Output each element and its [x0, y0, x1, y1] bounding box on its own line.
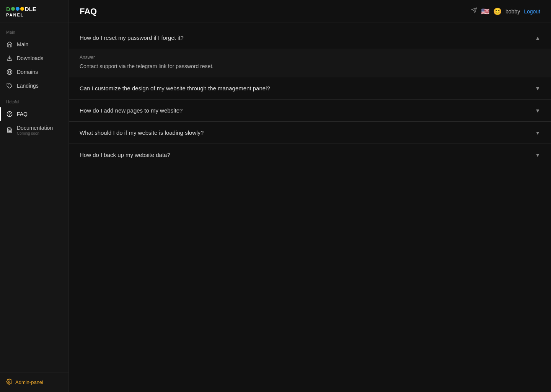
- faq-question-2-text: Can I customize the design of my website…: [80, 85, 270, 91]
- admin-panel-label: Admin-panel: [15, 379, 43, 385]
- sidebar: D DLE PANEL Main Main Downloads Doma: [0, 0, 69, 392]
- sidebar-item-landings[interactable]: Landings: [0, 79, 68, 93]
- page-title: FAQ: [80, 7, 97, 16]
- tag-icon: [6, 83, 13, 89]
- chevron-up-icon-1: ▲: [535, 35, 540, 41]
- faq-question-1-text: How do I reset my password if I forget i…: [80, 34, 184, 41]
- sidebar-section-helpful: Helpful: [0, 93, 68, 107]
- user-avatar: 😊: [493, 7, 502, 16]
- sidebar-item-documentation-label: Documentation: [17, 125, 53, 131]
- telegram-icon[interactable]: [471, 7, 477, 15]
- faq-item-1: How do I reset my password if I forget i…: [69, 27, 551, 77]
- faq-question-4-text: What should I do if my website is loadin…: [80, 129, 204, 136]
- sidebar-section-main: Main: [0, 23, 68, 38]
- sidebar-item-downloads[interactable]: Downloads: [0, 51, 68, 65]
- download-icon: [6, 55, 13, 61]
- documentation-label-group: Documentation Coming soon: [17, 125, 53, 136]
- sidebar-item-main[interactable]: Main: [0, 38, 68, 51]
- faq-question-4[interactable]: What should I do if my website is loadin…: [69, 122, 551, 144]
- content: How do I reset my password if I forget i…: [69, 23, 551, 392]
- sidebar-item-faq-label: FAQ: [17, 111, 28, 117]
- file-text-icon: [6, 127, 13, 133]
- faq-question-1[interactable]: How do I reset my password if I forget i…: [69, 27, 551, 49]
- logo: D DLE PANEL: [0, 0, 68, 23]
- svg-point-8: [8, 381, 10, 382]
- username: bobby: [505, 8, 520, 15]
- chevron-down-icon-5: ▼: [535, 152, 540, 158]
- faq-item-5: How do I back up my website data? ▼: [69, 144, 551, 166]
- help-circle-icon: [6, 111, 13, 117]
- sidebar-item-main-label: Main: [17, 41, 28, 47]
- faq-answer-1-text: Contact support via the telegram link fo…: [80, 63, 540, 69]
- sidebar-item-documentation[interactable]: Documentation Coming soon: [0, 121, 68, 139]
- sidebar-item-downloads-label: Downloads: [17, 55, 43, 61]
- logout-button[interactable]: Logout: [524, 8, 540, 15]
- sidebar-bottom: Admin-panel: [0, 372, 68, 392]
- gear-icon: [6, 379, 12, 386]
- faq-container: How do I reset my password if I forget i…: [69, 23, 551, 170]
- sidebar-item-faq[interactable]: FAQ: [0, 107, 68, 121]
- chevron-down-icon-4: ▼: [535, 130, 540, 136]
- sidebar-item-domains-label: Domains: [17, 69, 38, 75]
- chevron-down-icon-2: ▼: [535, 85, 540, 91]
- faq-item-4: What should I do if my website is loadin…: [69, 122, 551, 144]
- header-right: 🇺🇸 😊 bobby Logout: [471, 7, 540, 16]
- faq-question-3-text: How do I add new pages to my website?: [80, 107, 183, 114]
- sidebar-item-domains[interactable]: Domains: [0, 65, 68, 79]
- admin-panel-button[interactable]: Admin-panel: [6, 379, 62, 386]
- header: FAQ 🇺🇸 😊 bobby Logout: [69, 0, 551, 23]
- faq-question-5[interactable]: How do I back up my website data? ▼: [69, 144, 551, 166]
- sidebar-item-landings-label: Landings: [17, 83, 39, 89]
- faq-answer-1: Answer Contact support via the telegram …: [69, 49, 551, 77]
- chevron-down-icon-3: ▼: [535, 108, 540, 114]
- us-flag-icon[interactable]: 🇺🇸: [481, 7, 489, 16]
- globe-icon: [6, 69, 13, 75]
- faq-item-3: How do I add new pages to my website? ▼: [69, 100, 551, 122]
- home-icon: [6, 41, 13, 47]
- faq-item-2: Can I customize the design of my website…: [69, 77, 551, 100]
- main-area: FAQ 🇺🇸 😊 bobby Logout How do I reset my: [69, 0, 551, 392]
- faq-question-2[interactable]: Can I customize the design of my website…: [69, 77, 551, 99]
- sidebar-item-documentation-sublabel: Coming soon: [17, 131, 53, 136]
- faq-question-5-text: How do I back up my website data?: [80, 152, 170, 158]
- faq-question-3[interactable]: How do I add new pages to my website? ▼: [69, 100, 551, 121]
- faq-answer-1-label: Answer: [80, 49, 540, 60]
